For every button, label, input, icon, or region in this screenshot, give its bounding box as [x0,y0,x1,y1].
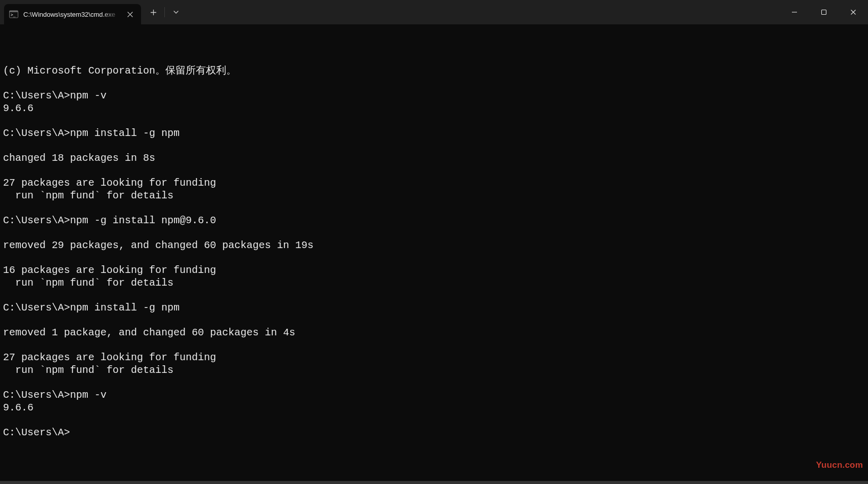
watermark: Yuucn.com [816,459,863,472]
window-controls [780,0,868,24]
svg-text:>_: >_ [11,13,16,17]
terminal-line [3,77,865,90]
terminal-line: 16 packages are looking for funding [3,264,865,277]
terminal-line: C:\Users\A>npm -v [3,389,865,402]
terminal-line [3,165,865,178]
bottom-strip [0,481,868,484]
terminal-line: C:\Users\A>npm install -g npm [3,127,865,140]
chevron-down-icon [173,9,179,15]
terminal-line [3,315,865,327]
minimize-button[interactable] [780,0,809,24]
close-tab-icon[interactable] [126,10,134,18]
maximize-button[interactable] [809,0,839,24]
terminal-line [3,140,865,152]
terminal-output[interactable]: (c) Microsoft Corporation。保留所有权利。 C:\Use… [0,24,868,481]
terminal-line: removed 1 package, and changed 60 packag… [3,327,865,339]
terminal-line: removed 29 packages, and changed 60 pack… [3,239,865,252]
terminal-line [3,339,865,352]
tab-controls-divider [164,7,165,17]
terminal-line: 9.6.6 [3,402,865,414]
terminal-line: C:\Users\A>npm -g install npm@9.6.0 [3,215,865,227]
svg-rect-1 [10,11,18,12]
terminal-line: C:\Users\A>npm -v [3,90,865,102]
terminal-window: >_ C:\Windows\system32\cmd.exe [0,0,868,484]
terminal-line: run `npm fund` for details [3,277,865,290]
terminal-line: 27 packages are looking for funding [3,352,865,364]
terminal-line [3,227,865,240]
tab-cmd[interactable]: >_ C:\Windows\system32\cmd.exe [4,4,141,24]
terminal-line [3,115,865,127]
terminal-line: C:\Users\A>npm install -g npm [3,302,865,315]
terminal-line: 9.6.6 [3,102,865,115]
terminal-line: (c) Microsoft Corporation。保留所有权利。 [3,65,865,78]
close-window-button[interactable] [839,0,868,24]
terminal-line [3,202,865,215]
titlebar: >_ C:\Windows\system32\cmd.exe [0,0,868,24]
terminal-line: run `npm fund` for details [3,364,865,377]
titlebar-drag-area[interactable] [186,0,780,24]
terminal-line: 27 packages are looking for funding [3,177,865,190]
minimize-icon [791,9,797,15]
tab-title: C:\Windows\system32\cmd.exe [23,11,121,18]
tab-dropdown-button[interactable] [166,2,186,22]
plus-icon [150,9,157,16]
close-icon [850,9,856,15]
terminal-line: run `npm fund` for details [3,190,865,202]
terminal-line [3,414,865,427]
tabs-area: >_ C:\Windows\system32\cmd.exe [0,0,141,24]
terminal-line [3,289,865,302]
terminal-line: C:\Users\A> [3,427,865,439]
terminal-line [3,377,865,390]
new-tab-button[interactable] [143,2,163,22]
terminal-line: changed 18 packages in 8s [3,152,865,165]
svg-rect-3 [822,10,826,15]
terminal-line [3,252,865,265]
tab-controls [143,0,186,24]
maximize-icon [821,9,827,15]
cmd-icon: >_ [9,10,18,19]
